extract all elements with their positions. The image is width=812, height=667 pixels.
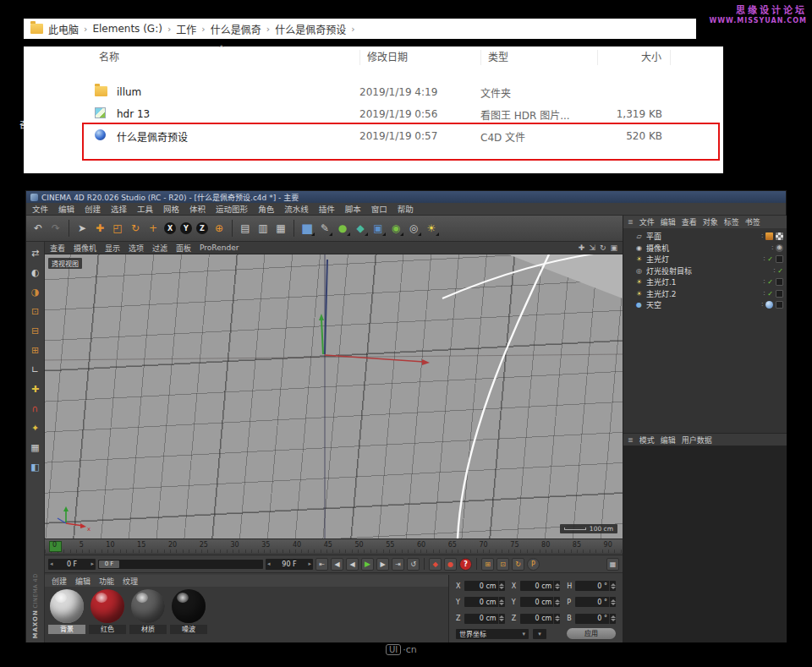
menu-item[interactable]: 流水线 [284, 203, 309, 215]
size-x-field[interactable]: 0 cm [520, 581, 561, 591]
menu-item[interactable]: 工具 [137, 203, 153, 215]
menu-item[interactable]: 脚本 [345, 203, 361, 215]
menu-item[interactable]: 编辑 [58, 203, 74, 215]
pan-view-icon[interactable]: ✚ [579, 243, 585, 252]
panel-menu-icon[interactable]: ≣ [628, 218, 634, 226]
lock-y-button[interactable]: Y [180, 222, 192, 234]
record-position-button[interactable]: ⊞ [481, 558, 494, 571]
viewport-menu-item[interactable]: 面板 [176, 243, 191, 254]
stepper-icon[interactable] [553, 597, 560, 607]
light-tag-icon[interactable] [776, 278, 783, 286]
menu-item[interactable]: 体积 [189, 203, 206, 215]
mograph-button[interactable]: ◆ [353, 220, 368, 237]
stepper-icon[interactable] [553, 614, 560, 624]
stepper-icon[interactable] [553, 581, 560, 591]
color-mode-button[interactable]: ◧ [29, 460, 42, 473]
position-x-field[interactable]: 0 cm [464, 581, 505, 591]
rotate-view-icon[interactable]: ↻ [600, 243, 606, 252]
object-manager-menu-item[interactable]: 查看 [682, 216, 697, 227]
record-scale-button[interactable]: ⊡ [497, 558, 509, 571]
visibility-dots-icon[interactable]: ∶ [761, 232, 763, 240]
scale-tool[interactable]: ◰ [110, 220, 125, 237]
enabled-check-icon[interactable]: ✓ [777, 267, 783, 275]
titlebar[interactable]: CINEMA 4D R20.026 Studio (RC - R20) - [什… [26, 191, 786, 203]
start-frame-field[interactable]: ◂ 0 F ▸ [48, 559, 96, 570]
apply-button[interactable]: 应用 [567, 628, 616, 639]
sky-texture-tag-icon[interactable] [765, 301, 773, 309]
breadcrumb-item[interactable]: 什么是佩奇 [211, 22, 261, 36]
compositing-tag-icon[interactable] [776, 301, 783, 309]
visibility-dots-icon[interactable]: ∶ [773, 267, 775, 275]
light-tag-icon[interactable] [776, 255, 783, 263]
spin-right-icon[interactable]: ▸ [308, 560, 311, 567]
goto-start-button[interactable]: ⇤ [315, 558, 328, 571]
workplane-mode-button[interactable]: ∟ [29, 363, 42, 376]
stepper-icon[interactable] [498, 581, 505, 591]
object-row-light-2[interactable]: ☀ 主光灯.2 ∶ ✓ [623, 288, 787, 300]
object-manager-menu-item[interactable]: 编辑 [661, 216, 676, 227]
rotate-tool[interactable]: ↻ [128, 220, 143, 237]
object-row-light-target[interactable]: ◎ 灯光投射目标 ∶ ✓ [623, 265, 787, 277]
material-item[interactable]: 噪波 [170, 589, 207, 640]
menu-item[interactable]: 网格 [163, 203, 179, 215]
column-header-name[interactable]: 名称 [95, 50, 359, 65]
size-z-field[interactable]: 0 cm [520, 614, 561, 624]
spin-left-icon[interactable]: ◂ [50, 560, 53, 567]
attribute-manager-menu-item[interactable]: 模式 [639, 435, 655, 446]
generators-button[interactable]: ● [335, 220, 350, 237]
material-menu-item[interactable]: 创建 [52, 576, 67, 587]
stepper-icon[interactable] [609, 614, 616, 624]
edges-mode-button[interactable]: ⊟ [29, 324, 42, 337]
stepper-icon[interactable] [498, 614, 505, 624]
end-frame-field[interactable]: ◂ 90 F ▸ [266, 559, 313, 570]
move-tool[interactable]: ✚ [92, 220, 107, 237]
snap-button[interactable]: ∩ [29, 402, 42, 415]
light-tag-icon[interactable] [776, 290, 783, 298]
viewport-menu-item[interactable]: ProRender [200, 243, 239, 252]
rotation-b-field[interactable]: 0 ° [575, 614, 616, 624]
visibility-dots-icon[interactable]: ∶ [763, 255, 765, 263]
material-item[interactable]: 红色 [89, 589, 126, 640]
visibility-dots-icon[interactable]: ∶ [763, 290, 765, 298]
stepper-icon[interactable] [609, 581, 616, 591]
record-keyframe-button[interactable]: ◆ [429, 558, 442, 571]
material-thumbnail[interactable] [172, 589, 206, 623]
object-row-camera[interactable]: ◉ 摄像机 ∶ ⊕ [623, 243, 787, 254]
viewport-menu-item[interactable]: 选项 [129, 243, 144, 254]
material-thumbnail[interactable] [91, 589, 124, 623]
enabled-check-icon[interactable]: ✓ [767, 290, 773, 298]
render-settings-button[interactable]: ▦ [273, 220, 288, 237]
prev-key-button[interactable]: ◀ [331, 558, 343, 571]
redo-button[interactable]: ↷ [48, 220, 63, 237]
object-manager-menu-item[interactable]: 对象 [703, 216, 718, 227]
rotation-h-field[interactable]: 0 ° [575, 581, 616, 591]
visibility-dots-icon[interactable]: ∶ [761, 301, 763, 309]
object-row-light-1[interactable]: ☀ 主光灯.1 ∶ ✓ [623, 276, 787, 288]
enabled-check-icon[interactable]: ✓ [767, 255, 773, 263]
object-manager-menu-item[interactable]: 文件 [639, 216, 655, 227]
column-header-date[interactable]: 修改日期 [359, 50, 480, 65]
spin-left-icon[interactable]: ◂ [267, 560, 271, 567]
volume-button[interactable]: ▣ [370, 220, 386, 237]
breadcrumb-item[interactable]: 工作 [176, 22, 196, 36]
coord-system-select[interactable]: 世界坐标 ▾ [456, 629, 529, 639]
zoom-view-icon[interactable]: ⇲ [589, 243, 595, 252]
object-row-sky[interactable]: ● 天空 ∶ [623, 299, 787, 311]
file-row-c4d-preset[interactable]: 什么是佩奇预设 2019/1/19 0:57 C4D 文件 520 KB [24, 125, 723, 147]
lock-x-button[interactable]: X [164, 222, 176, 234]
material-thumbnail[interactable] [131, 589, 165, 623]
breadcrumb-item[interactable]: Elements (G:) [92, 23, 162, 35]
simulate-button[interactable]: ◉ [388, 220, 403, 237]
menu-item[interactable]: 文件 [32, 203, 48, 215]
texture-tag-icon[interactable] [765, 232, 773, 240]
coord-mini-select[interactable]: ▾ [533, 629, 546, 639]
file-row-illum[interactable]: illum 2019/1/19 4:19 文件夹 [24, 81, 723, 103]
timeline-ruler[interactable]: 051015202530354045505560657075808590 [45, 539, 623, 553]
menu-item[interactable]: 窗口 [371, 203, 387, 215]
material-menu-item[interactable]: 编辑 [75, 576, 91, 587]
breadcrumb-item[interactable]: 此电脑 [48, 22, 79, 36]
spline-pen-button[interactable]: ✎ [317, 220, 332, 237]
record-rotation-button[interactable]: ↻ [512, 558, 524, 571]
file-row-hdr13[interactable]: hdr 13 2019/1/19 0:56 看图王 HDR 图片... 1,31… [24, 103, 723, 125]
visibility-dots-icon[interactable]: ∶ [763, 278, 765, 286]
